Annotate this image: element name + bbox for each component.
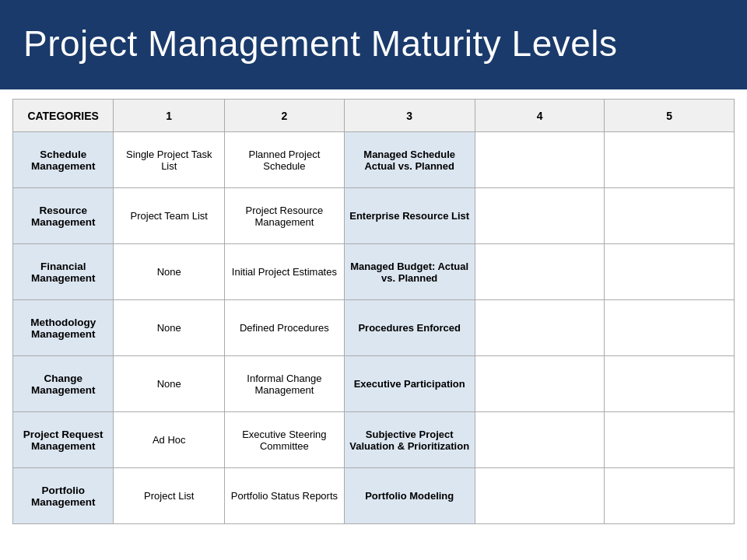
table-container: CATEGORIES 1 2 3 4 5 Schedule Management… bbox=[0, 89, 747, 534]
page-header: Project Management Maturity Levels bbox=[0, 0, 747, 89]
col-4: 4 bbox=[475, 100, 605, 132]
category-cell: Financial Management bbox=[13, 244, 114, 300]
level3-cell: Subjective Project Valuation & Prioritiz… bbox=[344, 412, 475, 468]
category-cell: Schedule Management bbox=[13, 132, 114, 188]
level1-cell: None bbox=[114, 244, 225, 300]
level4-cell bbox=[475, 468, 605, 524]
level5-cell bbox=[605, 356, 735, 412]
level3-cell: Managed Budget: Actual vs. Planned bbox=[344, 244, 475, 300]
level2-cell: Informal Change Management bbox=[225, 356, 344, 412]
level3-cell: Managed Schedule Actual vs. Planned bbox=[344, 132, 475, 188]
table-row: Project Request ManagementAd HocExecutiv… bbox=[13, 412, 735, 468]
page-title: Project Management Maturity Levels bbox=[23, 23, 618, 65]
level2-cell: Executive Steering Committee bbox=[225, 412, 344, 468]
level4-cell bbox=[475, 356, 605, 412]
table-row: Financial ManagementNoneInitial Project … bbox=[13, 244, 735, 300]
level4-cell bbox=[475, 412, 605, 468]
level4-cell bbox=[475, 300, 605, 356]
col-2: 2 bbox=[225, 100, 344, 132]
level5-cell bbox=[605, 412, 735, 468]
table-header-row: CATEGORIES 1 2 3 4 5 bbox=[13, 100, 735, 132]
level1-cell: Project List bbox=[114, 468, 225, 524]
col-categories: CATEGORIES bbox=[13, 100, 114, 132]
level1-cell: None bbox=[114, 300, 225, 356]
level5-cell bbox=[605, 300, 735, 356]
col-1: 1 bbox=[114, 100, 225, 132]
level1-cell: None bbox=[114, 356, 225, 412]
category-cell: Methodology Management bbox=[13, 300, 114, 356]
level1-cell: Project Team List bbox=[114, 188, 225, 244]
col-5: 5 bbox=[605, 100, 735, 132]
level4-cell bbox=[475, 132, 605, 188]
maturity-table: CATEGORIES 1 2 3 4 5 Schedule Management… bbox=[12, 99, 735, 524]
level3-cell: Executive Participation bbox=[344, 356, 475, 412]
col-3: 3 bbox=[344, 100, 475, 132]
level2-cell: Initial Project Estimates bbox=[225, 244, 344, 300]
level5-cell bbox=[605, 244, 735, 300]
level2-cell: Portfolio Status Reports bbox=[225, 468, 344, 524]
level2-cell: Planned Project Schedule bbox=[225, 132, 344, 188]
level2-cell: Project Resource Management bbox=[225, 188, 344, 244]
level3-cell: Procedures Enforced bbox=[344, 300, 475, 356]
table-row: Change ManagementNoneInformal Change Man… bbox=[13, 356, 735, 412]
table-row: Schedule ManagementSingle Project Task L… bbox=[13, 132, 735, 188]
level5-cell bbox=[605, 132, 735, 188]
category-cell: Project Request Management bbox=[13, 412, 114, 468]
level5-cell bbox=[605, 188, 735, 244]
level2-cell: Defined Procedures bbox=[225, 300, 344, 356]
category-cell: Resource Management bbox=[13, 188, 114, 244]
level4-cell bbox=[475, 244, 605, 300]
category-cell: Change Management bbox=[13, 356, 114, 412]
table-row: Portfolio ManagementProject ListPortfoli… bbox=[13, 468, 735, 524]
level3-cell: Enterprise Resource List bbox=[344, 188, 475, 244]
level4-cell bbox=[475, 188, 605, 244]
table-row: Methodology ManagementNoneDefined Proced… bbox=[13, 300, 735, 356]
category-cell: Portfolio Management bbox=[13, 468, 114, 524]
level1-cell: Ad Hoc bbox=[114, 412, 225, 468]
level3-cell: Portfolio Modeling bbox=[344, 468, 475, 524]
table-row: Resource ManagementProject Team ListProj… bbox=[13, 188, 735, 244]
level1-cell: Single Project Task List bbox=[114, 132, 225, 188]
level5-cell bbox=[605, 468, 735, 524]
